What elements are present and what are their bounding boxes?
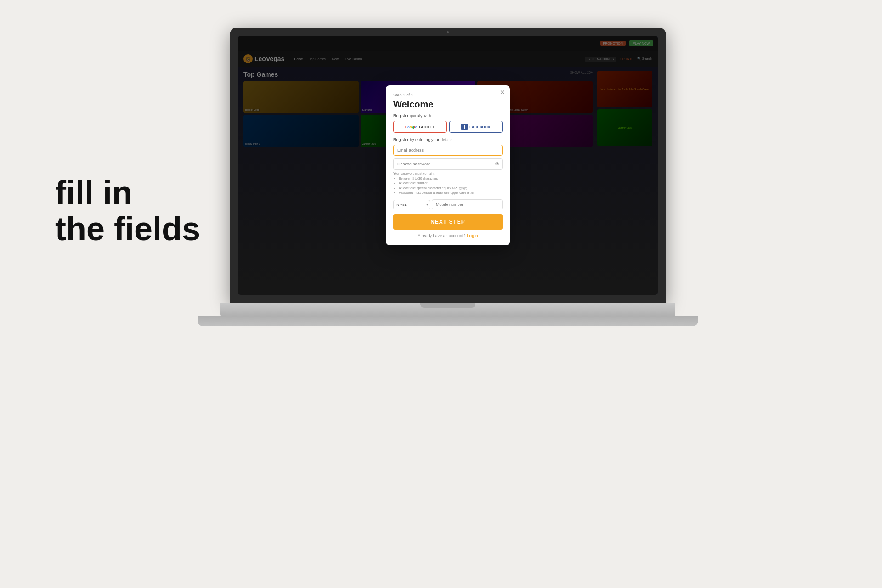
phone-row: IN +91 xyxy=(393,199,503,209)
laptop-bottom xyxy=(198,316,698,326)
next-step-button[interactable]: NEXT STEP xyxy=(393,214,503,230)
country-select-wrapper: IN +91 xyxy=(393,199,430,209)
laptop-screen-bezel: PROMOTION PLAY NOW 🦁 LeoVegas Home Top G… xyxy=(230,28,666,303)
camera-dot xyxy=(447,31,449,33)
google-register-button[interactable]: Google GOOGLE xyxy=(393,121,447,133)
laptop-screen: PROMOTION PLAY NOW 🦁 LeoVegas Home Top G… xyxy=(238,36,658,295)
modal-close-button[interactable]: ✕ xyxy=(500,89,505,96)
password-rules: Your password must contain: Between 8 to… xyxy=(393,171,503,196)
eye-icon[interactable]: 👁 xyxy=(495,161,500,167)
google-icon: Google xyxy=(405,125,418,129)
modal-title: Welcome xyxy=(393,99,503,110)
already-have-account-label: Already have an account? xyxy=(418,233,465,238)
social-buttons: Google GOOGLE f FACEBOOK xyxy=(393,121,503,133)
password-rule-2: At least one number xyxy=(399,181,503,186)
left-text-line1: fill in xyxy=(55,175,200,211)
password-rule-3: At least one special character eg. #$%&*… xyxy=(399,186,503,191)
laptop: PROMOTION PLAY NOW 🦁 LeoVegas Home Top G… xyxy=(220,28,680,441)
facebook-icon: f xyxy=(461,124,468,130)
register-with-label: Register quickly with: xyxy=(393,113,503,118)
step-label: Step 1 of 3 xyxy=(393,93,503,97)
password-rules-list: Between 8 to 30 characters At least one … xyxy=(393,176,503,196)
password-rule-1: Between 8 to 30 characters xyxy=(399,176,503,181)
modal-overlay: ✕ Step 1 of 3 Welcome Register quickly w… xyxy=(238,36,658,295)
left-text-line2: the fields xyxy=(55,211,200,247)
facebook-register-button[interactable]: f FACEBOOK xyxy=(449,121,503,133)
facebook-button-label: FACEBOOK xyxy=(469,125,490,129)
left-text-block: fill in the fields xyxy=(55,175,200,247)
mobile-number-input[interactable] xyxy=(432,199,503,209)
registration-modal: ✕ Step 1 of 3 Welcome Register quickly w… xyxy=(386,85,510,245)
login-text: Already have an account? Login xyxy=(393,233,503,238)
country-select[interactable]: IN +91 xyxy=(393,200,430,209)
password-rule-4: Password must contain at least one upper… xyxy=(399,191,503,196)
website-background: PROMOTION PLAY NOW 🦁 LeoVegas Home Top G… xyxy=(238,36,658,295)
password-input[interactable] xyxy=(393,158,503,170)
enter-details-label: Register by entering your details: xyxy=(393,137,503,142)
password-rules-title: Your password must contain: xyxy=(393,172,435,175)
password-wrapper: 👁 xyxy=(393,158,503,170)
login-link[interactable]: Login xyxy=(467,233,478,238)
google-button-label: GOOGLE xyxy=(419,125,435,129)
laptop-base xyxy=(220,303,675,316)
laptop-hinge xyxy=(420,303,475,308)
email-input[interactable] xyxy=(393,145,503,156)
